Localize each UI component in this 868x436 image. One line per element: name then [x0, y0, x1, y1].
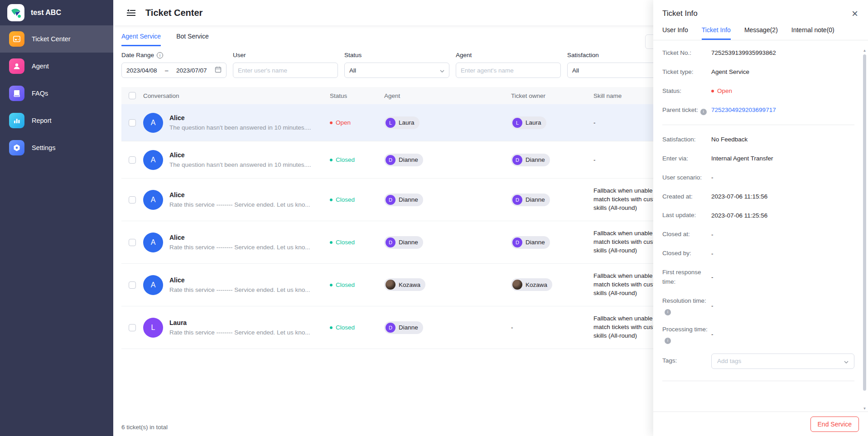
chevron-down-icon — [440, 67, 444, 74]
row-checkbox[interactable] — [129, 324, 136, 331]
close-icon[interactable]: × — [852, 8, 858, 19]
tab-message[interactable]: Message(2) — [744, 26, 778, 40]
status-badge: Closed — [330, 156, 384, 163]
info-icon[interactable]: i — [157, 52, 163, 58]
last-update-value: 2023-07-06 11:25:56 — [711, 211, 767, 220]
closed-at-value: - — [711, 230, 714, 239]
status-select-value: All — [349, 67, 356, 74]
parent-ticket-link[interactable]: 7252304929203699717 — [711, 106, 776, 115]
row-checkbox[interactable] — [129, 281, 136, 289]
field-label: Processing time:i — [662, 325, 711, 344]
row-checkbox[interactable] — [129, 119, 136, 126]
satisfaction-select-value: All — [572, 67, 579, 74]
sidebar-item-agent[interactable]: Agent — [0, 53, 113, 80]
field-label: Resolution time:i — [662, 296, 711, 315]
owner-avatar-photo — [512, 280, 522, 290]
ticket-details: Ticket No.:7252539139935993862 Ticket ty… — [653, 40, 868, 404]
panel-scrollbar[interactable]: ▲ ▼ — [862, 48, 868, 411]
agent-icon — [9, 58, 24, 74]
report-icon — [9, 113, 24, 128]
collapse-sidebar-icon[interactable] — [125, 7, 137, 18]
info-icon[interactable]: i — [700, 109, 707, 115]
agent-avatar-photo — [386, 280, 395, 290]
scrollbar-thumb[interactable] — [863, 54, 866, 391]
agent-chip: LLaura — [384, 116, 420, 129]
status-badge: Closed — [330, 196, 384, 203]
owner-avatar: L — [512, 118, 522, 128]
end-service-button[interactable]: End Service — [810, 417, 859, 432]
row-checkbox[interactable] — [129, 196, 136, 203]
field-label: Closed at: — [662, 230, 711, 239]
owner-avatar: D — [512, 237, 522, 247]
app-logo-icon — [7, 4, 24, 21]
date-end-value[interactable]: 2023/07/07 — [176, 67, 207, 74]
divider — [662, 125, 854, 125]
tab-ticket-info[interactable]: Ticket Info — [702, 26, 731, 40]
field-label: Last update: — [662, 211, 711, 220]
date-separator: – — [165, 67, 169, 74]
brand-row: test ABC — [0, 0, 113, 25]
col-agent: Agent — [384, 92, 511, 99]
sidebar-item-ticket-center[interactable]: Ticket Center — [0, 25, 113, 53]
col-conversation: Conversation — [143, 92, 330, 99]
sidebar-item-faqs[interactable]: FAQs — [0, 80, 113, 107]
agent-input[interactable] — [461, 67, 556, 74]
owner-avatar: D — [512, 155, 522, 165]
scroll-down-icon[interactable]: ▼ — [862, 407, 868, 411]
tab-internal-note[interactable]: Internal note(0) — [791, 26, 834, 40]
owner-chip: LLaura — [511, 116, 546, 129]
sidebar-item-report[interactable]: Report — [0, 107, 113, 134]
tab-user-info[interactable]: User Info — [662, 26, 688, 40]
user-name: Alice — [169, 151, 311, 159]
sidebar-item-label: Ticket Center — [32, 35, 71, 43]
owner-empty: - — [511, 324, 593, 331]
filter-status: Status All — [344, 52, 449, 78]
info-icon[interactable]: i — [665, 309, 671, 315]
row-checkbox[interactable] — [129, 156, 136, 164]
enter-via-value: Internal Agent Transfer — [711, 154, 773, 163]
settings-icon — [9, 140, 24, 155]
row-checkbox[interactable] — [129, 239, 136, 246]
message-preview: The question hasn't been answered in 10 … — [169, 161, 311, 168]
user-name: Laura — [169, 319, 310, 326]
agent-label: Agent — [456, 52, 472, 58]
first-response-value: - — [711, 273, 714, 282]
owner-chip: DDianne — [511, 194, 550, 206]
message-preview: Rate this service -------- Service ended… — [169, 244, 310, 251]
user-input[interactable] — [238, 67, 333, 74]
message-preview: The question hasn't been answered in 10 … — [169, 124, 311, 131]
agent-chip: DDianne — [384, 321, 423, 334]
scroll-up-icon[interactable]: ▲ — [862, 48, 868, 53]
faqs-icon — [9, 86, 24, 101]
field-label: Created at: — [662, 192, 711, 202]
tags-select[interactable] — [711, 354, 854, 369]
select-all-checkbox[interactable] — [129, 92, 136, 99]
date-start-value[interactable]: 2023/04/08 — [126, 67, 157, 74]
message-preview: Rate this service -------- Service ended… — [169, 329, 310, 336]
info-icon[interactable]: i — [665, 338, 671, 344]
message-preview: Rate this service -------- Service ended… — [169, 286, 310, 293]
status-label: Status — [344, 52, 362, 58]
panel-title: Ticket Info — [662, 9, 698, 18]
user-name: Alice — [169, 191, 310, 199]
agent-chip: DDianne — [384, 236, 423, 249]
tags-input[interactable] — [717, 358, 844, 364]
field-label: Status: — [662, 87, 711, 96]
tab-bot-service[interactable]: Bot Service — [176, 33, 209, 46]
field-label: Satisfaction: — [662, 135, 711, 145]
field-label: Closed by: — [662, 249, 711, 258]
status-select[interactable]: All — [344, 63, 449, 78]
avatar: A — [143, 275, 163, 295]
avatar: A — [143, 233, 163, 252]
avatar: A — [143, 190, 163, 210]
field-label: Parent ticket:i — [662, 106, 711, 115]
field-label: User scenario: — [662, 173, 711, 183]
tab-agent-service[interactable]: Agent Service — [121, 33, 161, 46]
agent-chip: Kozawa — [384, 278, 425, 291]
field-label: Enter via: — [662, 154, 711, 164]
date-range-label: Date Range — [121, 52, 154, 58]
date-range-picker[interactable]: 2023/04/08 – 2023/07/07 — [121, 63, 227, 78]
status-value: Open — [711, 87, 732, 96]
tags-label: Tags: — [662, 356, 711, 366]
sidebar-item-settings[interactable]: Settings — [0, 134, 113, 161]
